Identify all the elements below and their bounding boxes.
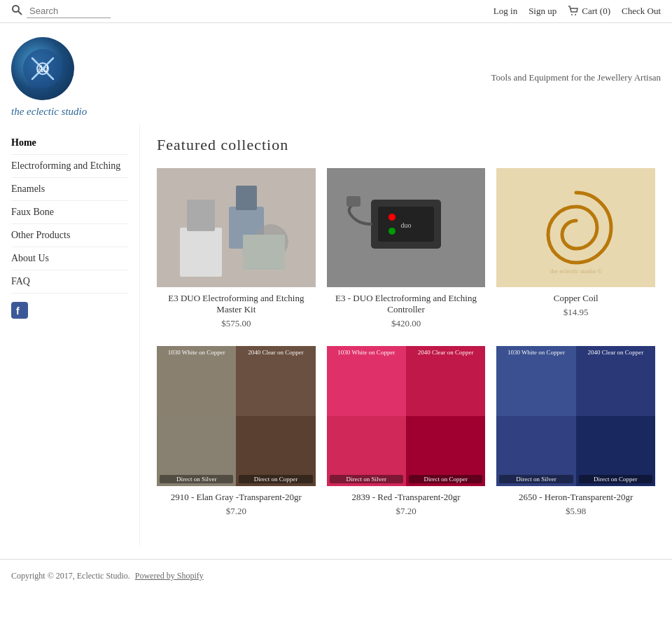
cart-label: Cart (0): [582, 6, 610, 17]
brand-header: Ad the eclectic studio Tools and Equipme…: [0, 23, 672, 125]
logo-circle: Ad: [11, 37, 74, 100]
svg-point-2: [571, 14, 573, 15]
facebook-link[interactable]: f: [11, 293, 128, 331]
svg-rect-22: [346, 196, 360, 207]
login-link[interactable]: Log in: [493, 6, 517, 17]
swatch-label-bl-1: Direct on Silver: [160, 475, 233, 483]
search-icon[interactable]: [11, 4, 22, 18]
product-name-e3-controller: E3 - DUO Electroforming and Etching Cont…: [327, 293, 486, 315]
svg-text:f: f: [16, 305, 20, 317]
signup-link[interactable]: Sign up: [528, 6, 556, 17]
sidebar-item-other-products[interactable]: Other Products: [11, 224, 128, 247]
svg-text:duo: duo: [401, 221, 412, 229]
swatch-label-tl-3: 1030 White on Copper: [499, 349, 573, 356]
sidebar-item-enamels[interactable]: Enamels: [11, 178, 128, 201]
svg-point-19: [388, 214, 396, 221]
swatch-products-grid: 1030 White on Copper 2040 Clear on Coppe…: [157, 346, 655, 517]
svg-rect-12: [187, 200, 215, 231]
svg-rect-14: [236, 186, 257, 210]
product-price-e3-controller: $420.00: [327, 318, 486, 329]
svg-point-3: [575, 14, 576, 15]
sidebar-item-faux-bone[interactable]: Faux Bone: [11, 201, 128, 224]
swatch-label-bl-3: Direct on Silver: [499, 475, 573, 483]
footer-shopify-link[interactable]: Powered by Shopify: [135, 571, 204, 581]
product-price-copper-coil: $14.95: [496, 307, 655, 318]
swatch-label-tl-1: 1030 White on Copper: [160, 349, 233, 356]
checkout-link[interactable]: Check Out: [622, 6, 661, 17]
swatch-label-tr-1: 2040 Clear on Copper: [239, 349, 312, 356]
swatch-name-red: 2839 - Red -Transparent-20gr: [327, 492, 486, 503]
product-name-e3-duo-kit: E3 DUO Electroforming and Etching Master…: [157, 293, 316, 315]
swatch-name-elan-gray: 2910 - Elan Gray -Transparent-20gr: [157, 492, 316, 503]
sidebar-item-about-us[interactable]: About Us: [11, 247, 128, 270]
swatch-card-heron[interactable]: 1030 White on Copper 2040 Clear on Coppe…: [496, 346, 655, 517]
svg-rect-16: [243, 235, 285, 270]
swatch-box-elan-gray: 1030 White on Copper 2040 Clear on Coppe…: [157, 346, 316, 486]
svg-text:Ad: Ad: [36, 64, 49, 74]
sidebar-item-home[interactable]: Home: [11, 132, 128, 155]
featured-title: Featured collection: [157, 136, 655, 154]
svg-point-0: [13, 6, 19, 12]
sidebar: Home Electroforming and Etching Enamels …: [0, 125, 140, 545]
swatch-label-tr-3: 2040 Clear on Copper: [579, 349, 652, 356]
product-card-e3-duo-kit[interactable]: E3 DUO Electroforming and Etching Master…: [157, 168, 316, 329]
footer: Copyright © 2017, Eclectic Studio. Power…: [0, 559, 672, 593]
swatch-label-bl-2: Direct on Silver: [330, 475, 403, 483]
swatch-card-elan-gray[interactable]: 1030 White on Copper 2040 Clear on Coppe…: [157, 346, 316, 517]
top-products-grid: E3 DUO Electroforming and Etching Master…: [157, 168, 655, 329]
swatch-card-red[interactable]: 1030 White on Copper 2040 Clear on Coppe…: [327, 346, 486, 517]
swatch-label-tr-2: 2040 Clear on Copper: [409, 349, 482, 356]
tagline: Tools and Equipment for the Jewellery Ar…: [491, 72, 661, 83]
product-price-e3-duo-kit: $575.00: [157, 318, 316, 329]
swatch-price-heron: $5.98: [496, 506, 655, 517]
top-nav: Log in Sign up Cart (0) Check Out: [493, 6, 661, 17]
swatch-name-heron: 2650 - Heron-Transparent-20gr: [496, 492, 655, 503]
swatch-label-br-2: Direct on Copper: [409, 475, 482, 483]
product-name-copper-coil: Copper Coil: [496, 293, 655, 304]
brand-name: the eclectic studio: [11, 106, 87, 118]
swatch-box-heron: 1030 White on Copper 2040 Clear on Coppe…: [496, 346, 655, 486]
swatch-label-br-3: Direct on Copper: [579, 475, 652, 483]
svg-rect-9: [11, 302, 28, 319]
svg-rect-11: [180, 228, 222, 277]
swatch-price-red: $7.20: [327, 506, 486, 517]
svg-point-20: [388, 228, 396, 235]
swatch-label-br-1: Direct on Copper: [239, 475, 312, 483]
product-card-e3-controller[interactable]: duo E3 - DUO Electroforming and Etching …: [327, 168, 486, 329]
swatch-label-tl-2: 1030 White on Copper: [330, 349, 403, 356]
sidebar-item-faq[interactable]: FAQ: [11, 270, 128, 293]
swatch-price-elan-gray: $7.20: [157, 506, 316, 517]
main-layout: Home Electroforming and Etching Enamels …: [0, 125, 672, 545]
svg-text:the eclectic studio ©: the eclectic studio ©: [550, 268, 602, 275]
swatch-box-red: 1030 White on Copper 2040 Clear on Coppe…: [327, 346, 486, 486]
top-bar: Log in Sign up Cart (0) Check Out: [0, 0, 672, 23]
product-card-copper-coil[interactable]: the eclectic studio © Copper Coil $14.95: [496, 168, 655, 329]
footer-copyright: Copyright © 2017, Eclectic Studio.: [11, 571, 130, 581]
search-input[interactable]: [27, 4, 111, 18]
brand-logo-area: Ad the eclectic studio: [11, 37, 87, 118]
search-form: [11, 4, 111, 18]
svg-line-1: [18, 11, 22, 15]
main-content: Featured collection E3 DUO Electrofor: [140, 125, 672, 545]
sidebar-item-electroforming[interactable]: Electroforming and Etching: [11, 155, 128, 178]
cart-area[interactable]: Cart (0): [568, 6, 610, 17]
